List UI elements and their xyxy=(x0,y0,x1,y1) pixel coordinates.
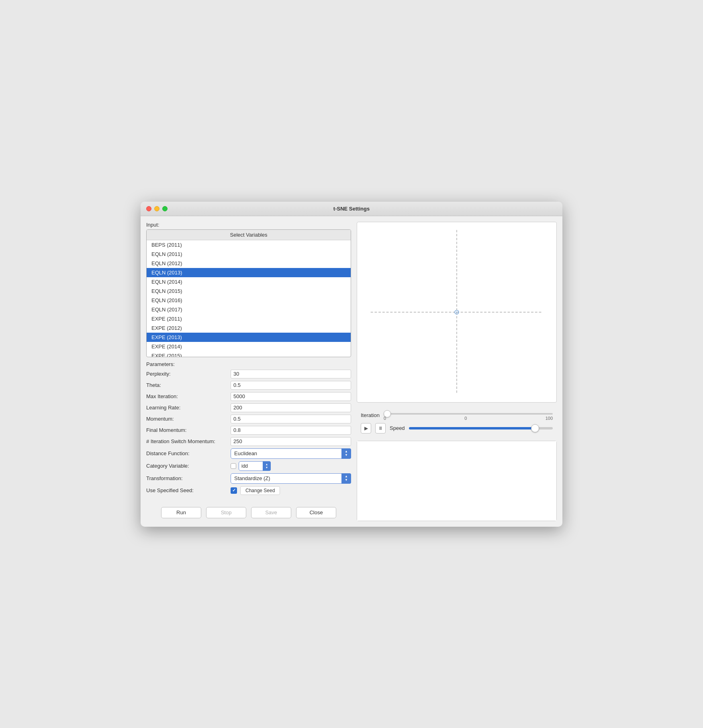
change-seed-button[interactable]: Change Seed xyxy=(240,486,280,495)
param-row-1: Theta: xyxy=(146,381,351,390)
play-button[interactable]: ▶ xyxy=(361,423,371,434)
param-input-0[interactable] xyxy=(231,370,351,378)
var-item[interactable]: EQLN (2015) xyxy=(147,286,351,296)
params-section: Parameters: Perplexity: Theta: Max Itera… xyxy=(146,361,351,497)
play-icon: ▶ xyxy=(364,425,368,431)
var-item[interactable]: EXPE (2014) xyxy=(147,342,351,351)
param-row-0: Perplexity: xyxy=(146,370,351,378)
close-button-action[interactable]: Close xyxy=(296,507,336,518)
param-input-5[interactable] xyxy=(231,426,351,435)
param-input-2[interactable] xyxy=(231,392,351,401)
iter-min: 0 xyxy=(384,416,386,421)
category-variable-row: Category Variable: iddnone ▲ ▼ xyxy=(146,461,351,471)
svg-rect-5 xyxy=(357,441,556,521)
var-item[interactable]: EQLN (2011) xyxy=(147,249,351,259)
minimize-button[interactable] xyxy=(154,206,159,211)
var-item[interactable]: EQLN (2014) xyxy=(147,277,351,286)
seed-control: Change Seed xyxy=(231,486,280,495)
iteration-row: Iteration 0 0 100 xyxy=(361,410,553,421)
input-label: Input: xyxy=(146,222,351,228)
var-item[interactable]: EXPE (2013) xyxy=(147,333,351,342)
save-button[interactable]: Save xyxy=(251,507,291,518)
category-select-wrapper[interactable]: iddnone ▲ ▼ xyxy=(239,461,271,471)
iteration-control: Iteration 0 0 100 ▶ ⏸ xyxy=(357,407,557,437)
param-label-6: # Iteration Switch Momentum: xyxy=(146,438,231,444)
var-item[interactable]: EQLN (2012) xyxy=(147,259,351,268)
var-list[interactable]: BEPS (2011)EQLN (2011)EQLN (2012)EQLN (2… xyxy=(147,240,351,357)
transformation-select[interactable]: Standardize (Z)NoneNormalize xyxy=(231,473,351,484)
iteration-slider[interactable] xyxy=(384,413,553,415)
var-item[interactable]: EQLN (2016) xyxy=(147,296,351,305)
param-label-4: Momentum: xyxy=(146,416,231,422)
seed-label: Use Specified Seed: xyxy=(146,487,231,493)
var-item[interactable]: EQLN (2013) xyxy=(147,268,351,277)
maximize-button[interactable] xyxy=(162,206,168,211)
var-item[interactable]: BEPS (2011) xyxy=(147,240,351,249)
main-window: t-SNE Settings Input: Select Variables B… xyxy=(141,202,562,527)
distance-select[interactable]: EuclideanManhattanCosine xyxy=(231,448,351,459)
iter-current: 0 xyxy=(464,416,467,421)
iter-max: 100 xyxy=(546,416,553,421)
var-selector-header: Select Variables xyxy=(147,230,351,240)
distance-function-row: Distance Function: EuclideanManhattanCos… xyxy=(146,448,351,459)
transformation-label: Transformation: xyxy=(146,475,231,481)
var-item[interactable]: EXPE (2011) xyxy=(147,314,351,323)
transformation-row: Transformation: Standardize (Z)NoneNorma… xyxy=(146,473,351,484)
param-input-4[interactable] xyxy=(231,415,351,423)
param-label-0: Perplexity: xyxy=(146,371,231,377)
iteration-label: Iteration xyxy=(361,412,380,418)
speed-label: Speed xyxy=(390,425,405,431)
traffic-lights xyxy=(146,206,168,211)
param-row-2: Max Iteration: xyxy=(146,392,351,401)
param-row-3: Learning Rate: xyxy=(146,403,351,412)
pause-button[interactable]: ⏸ xyxy=(375,423,386,434)
window-title: t-SNE Settings xyxy=(333,206,370,212)
variable-selector: Select Variables BEPS (2011)EQLN (2011)E… xyxy=(146,229,351,357)
param-label-1: Theta: xyxy=(146,382,231,388)
main-content: Input: Select Variables BEPS (2011)EQLN … xyxy=(141,216,562,527)
svg-point-4 xyxy=(456,311,458,313)
category-row: iddnone ▲ ▼ xyxy=(231,461,271,471)
close-button[interactable] xyxy=(146,206,151,211)
param-row-4: Momentum: xyxy=(146,415,351,423)
pause-icon: ⏸ xyxy=(378,425,383,431)
speed-slider[interactable] xyxy=(409,427,553,429)
right-panel: Iteration 0 0 100 ▶ ⏸ xyxy=(357,222,557,521)
param-input-3[interactable] xyxy=(231,403,351,412)
lower-chart xyxy=(357,441,557,521)
action-buttons: Run Stop Save Close xyxy=(146,507,351,518)
top-chart xyxy=(357,222,557,403)
var-item[interactable]: EXPE (2015) xyxy=(147,351,351,357)
param-input-1[interactable] xyxy=(231,381,351,390)
input-section: Input: Select Variables BEPS (2011)EQLN … xyxy=(146,222,351,357)
distance-select-wrapper[interactable]: EuclideanManhattanCosine ▲ ▼ xyxy=(231,448,351,459)
var-item[interactable]: EQLN (2017) xyxy=(147,305,351,314)
left-panel: Input: Select Variables BEPS (2011)EQLN … xyxy=(146,222,351,521)
run-button[interactable]: Run xyxy=(161,507,201,518)
param-label-5: Final Momentum: xyxy=(146,427,231,433)
title-bar: t-SNE Settings xyxy=(141,202,562,216)
iteration-slider-container: 0 0 100 xyxy=(384,410,553,421)
stop-button[interactable]: Stop xyxy=(206,507,246,518)
seed-row: Use Specified Seed: Change Seed xyxy=(146,486,351,495)
param-row-6: # Iteration Switch Momentum: xyxy=(146,437,351,446)
category-checkbox[interactable] xyxy=(231,463,236,469)
param-input-6[interactable] xyxy=(231,437,351,446)
params-label: Parameters: xyxy=(146,361,351,367)
scatter-plot xyxy=(357,222,556,402)
lower-chart-svg xyxy=(357,441,556,521)
var-item[interactable]: EXPE (2012) xyxy=(147,323,351,333)
seed-checkbox[interactable] xyxy=(231,487,237,494)
distance-label: Distance Function: xyxy=(146,450,231,456)
param-row-5: Final Momentum: xyxy=(146,426,351,435)
param-label-3: Learning Rate: xyxy=(146,405,231,411)
transformation-select-wrapper[interactable]: Standardize (Z)NoneNormalize ▲ ▼ xyxy=(231,473,351,484)
speed-row: ▶ ⏸ Speed xyxy=(361,423,553,434)
category-select[interactable]: iddnone xyxy=(239,461,271,471)
param-label-2: Max Iteration: xyxy=(146,393,231,399)
category-label: Category Variable: xyxy=(146,463,231,469)
